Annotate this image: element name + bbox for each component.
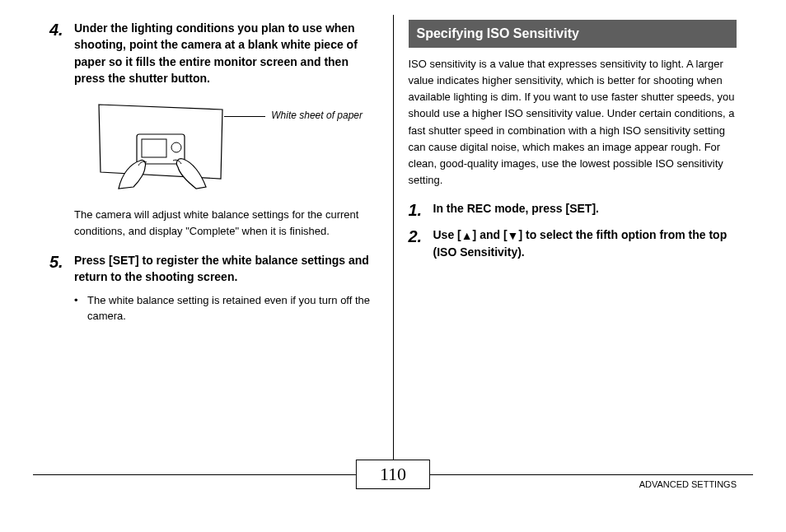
section-header: Specifying ISO Sensitivity [409,20,737,48]
triangle-up-icon: ▲ [461,227,473,244]
step-2: 2. Use [▲] and [▼] to select the fifth o… [409,226,737,261]
step-number: 5. [49,252,68,286]
step-number: 1. [409,200,427,220]
triangle-down-icon: ▼ [508,227,519,244]
camera-paper-illustration [82,98,247,197]
left-column: 4. Under the lighting conditions you pla… [33,20,393,471]
bullet-item: • The white balance setting is retained … [74,292,378,324]
step-4: 4. Under the lighting conditions you pla… [49,20,378,86]
step-text: Press [SET] to register the white balanc… [74,252,378,286]
after-figure-text: The camera will adjust white balance set… [74,207,378,239]
step-number: 4. [49,20,68,86]
step2-prefix: Use [ [433,228,461,241]
right-column: Specifying ISO Sensitivity ISO sensitivi… [394,20,754,471]
step-text: In the REC mode, press [SET]. [433,200,599,220]
columns: 4. Under the lighting conditions you pla… [33,20,753,471]
svg-point-3 [171,142,181,152]
step-5: 5. Press [SET] to register the white bal… [49,252,378,286]
bullet-dot-icon: • [74,292,81,324]
step-text: Under the lighting conditions you plan t… [74,20,378,86]
svg-rect-2 [142,139,166,157]
step2-mid: ] and [ [473,228,508,241]
page-number: 110 [356,460,430,489]
page: 4. Under the lighting conditions you pla… [0,0,786,532]
figure-caption: White sheet of paper [271,108,363,123]
step-1: 1. In the REC mode, press [SET]. [409,200,737,220]
step-number: 2. [409,226,427,261]
figure-leader-line [224,116,265,117]
page-footer: 110 ADVANCED SETTINGS [0,474,786,514]
footer-section-label: ADVANCED SETTINGS [639,479,737,489]
iso-description: ISO sensitivity is a value that expresse… [409,56,737,189]
bullet-text: The white balance setting is retained ev… [87,292,378,324]
white-paper-figure: White sheet of paper [82,98,363,197]
step-text: Use [▲] and [▼] to select the fifth opti… [433,226,737,261]
